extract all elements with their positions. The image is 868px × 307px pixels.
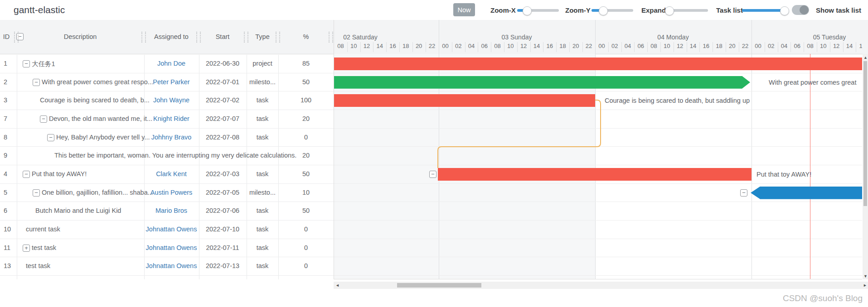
task-assigned-cell[interactable]: Austin Powers (150, 189, 193, 196)
task-type-cell: project (252, 60, 272, 67)
column-header-type: Type (255, 33, 269, 40)
column-resize-handle[interactable] (276, 32, 280, 43)
column-resize-handle[interactable] (14, 32, 19, 43)
gantt-bar-task-2[interactable] (334, 76, 750, 89)
task-row: 3Courage is being scared to death, b...J… (0, 91, 334, 110)
column-header-id: ID (3, 33, 10, 40)
zoom-y-label: Zoom-Y (565, 6, 591, 14)
task-expander-minus[interactable]: − (33, 79, 40, 86)
task-assigned-cell[interactable]: Johnattan Owens (146, 262, 197, 269)
show-task-list-toggle[interactable] (792, 5, 809, 15)
toggle-knob (800, 5, 809, 14)
task-list-slider-thumb[interactable] (780, 6, 789, 15)
task-description-cell: Devon, the old man wanted me, it... (49, 115, 152, 122)
task-start-cell: 2022-07-03 (206, 170, 239, 177)
task-type-cell: task (257, 115, 269, 122)
expand-slider-thumb[interactable] (665, 6, 674, 15)
task-assigned-cell[interactable]: Johhny Bravo (151, 134, 192, 141)
zoom-y-slider[interactable] (592, 9, 633, 12)
task-type-cell: milesto... (249, 189, 276, 196)
chart-bar-label: Courage is being scared to death, but sa… (605, 97, 750, 104)
task-row: 10current taskJohnattan Owens2022-07-10t… (0, 221, 334, 239)
task-type-cell: task (257, 225, 269, 233)
task-list-slider[interactable] (742, 9, 785, 12)
task-row: 8−Hey, Baby! Anybody ever tell y...Johhn… (0, 129, 334, 147)
task-description-cell: current task (26, 225, 60, 233)
chart-bar-label: With great power comes great (769, 79, 856, 86)
task-id-cell: 13 (4, 262, 11, 269)
task-expander-minus[interactable]: − (23, 60, 30, 67)
task-type-cell: task (257, 134, 269, 141)
column-header-assigned_to: Assigned to (154, 33, 189, 40)
zoom-x-slider-thumb[interactable] (523, 6, 532, 15)
task-id-cell: 1 (4, 60, 7, 67)
task-assigned-cell[interactable]: John Wayne (153, 96, 189, 104)
task-start-cell: 2022-07-05 (206, 189, 239, 196)
expand-slider[interactable] (667, 9, 708, 12)
task-row: 6Butch Mario and the Luigi KidMario Bros… (0, 202, 334, 221)
task-start-cell: 2022-06-30 (206, 60, 239, 67)
task-row: 13test taskJohnattan Owens2022-07-13task… (0, 257, 334, 276)
horizontal-scrollbar[interactable]: ◄► (334, 282, 868, 289)
task-description-cell: Courage is being scared to death, b... (40, 96, 150, 104)
zoom-x-label: Zoom-X (490, 6, 516, 14)
zoom-y-slider-thumb[interactable] (599, 6, 608, 15)
task-expander-minus[interactable]: − (33, 189, 40, 197)
app-title: gantt-elastic (14, 5, 65, 15)
task-assigned-cell[interactable]: Knight Rider (153, 115, 189, 122)
task-percent-cell: 50 (302, 170, 310, 177)
chart-expander-minus[interactable]: − (740, 189, 747, 197)
watermark: CSDN @suoh's Blog (783, 293, 863, 303)
gantt-bar-task-4[interactable] (438, 168, 752, 181)
task-expander-minus[interactable]: − (23, 171, 30, 178)
gantt-bar-task-1[interactable] (334, 58, 862, 70)
task-percent-cell: 50 (302, 78, 310, 86)
bar-remainder-striped (439, 76, 750, 89)
task-type-cell: task (257, 244, 269, 251)
column-resize-handle[interactable] (196, 32, 201, 43)
scroll-left-icon[interactable]: ◄ (335, 283, 339, 288)
task-assigned-cell[interactable]: Mario Bros (155, 207, 187, 214)
gantt-elastic-app: gantt-elastic Now Zoom-X Zoom-Y Expand T… (0, 0, 868, 307)
show-task-list-label: Show task list (816, 6, 861, 14)
task-percent-cell: 0 (304, 244, 308, 251)
chart-bar-label: Put that toy AWAY! (756, 171, 811, 178)
task-percent-cell: 0 (304, 262, 308, 269)
task-expander-minus[interactable]: − (47, 134, 54, 141)
task-assigned-cell[interactable]: Johnattan Owens (146, 244, 197, 251)
task-id-cell: 4 (4, 170, 7, 177)
task-assigned-cell[interactable]: Clark Kent (156, 170, 187, 177)
task-expander-plus[interactable]: + (23, 245, 30, 252)
bar-progress-solid (334, 76, 439, 89)
task-description-cell: test task (32, 244, 56, 251)
task-description-cell: This better be important, woman. You are… (54, 152, 296, 159)
task-description-cell: 大任务1 (32, 60, 55, 68)
task-description-cell: Butch Mario and the Luigi Kid (35, 207, 121, 214)
column-resize-handle[interactable] (329, 32, 333, 43)
task-row: 7−Devon, the old man wanted me, it...Kni… (0, 110, 334, 129)
task-row: 11+test taskJohnattan Owens2022-07-11tas… (0, 239, 334, 258)
vertical-scroll-thumb[interactable] (863, 61, 867, 206)
horizontal-scroll-thumb[interactable] (397, 283, 481, 288)
task-assigned-cell[interactable]: Johnattan Owens (146, 225, 197, 233)
task-start-cell: 2022-07-10 (206, 225, 239, 233)
task-row: 9This better be important, woman. You ar… (0, 147, 334, 165)
task-start-cell: 2022-07-06 (206, 207, 239, 214)
now-button[interactable]: Now (453, 3, 475, 16)
vertical-scrollbar[interactable]: ▲▼ (863, 54, 868, 279)
task-assigned-cell[interactable]: John Doe (157, 60, 185, 67)
gantt-bar-task-3[interactable] (334, 94, 595, 107)
task-expander-minus[interactable]: − (40, 115, 47, 123)
gantt-bar-task-5[interactable] (751, 187, 862, 199)
scroll-up-icon[interactable]: ▲ (863, 55, 868, 60)
zoom-x-slider[interactable] (517, 9, 559, 12)
task-id-cell: 5 (4, 189, 7, 196)
chart-expander-minus[interactable]: − (429, 171, 436, 178)
column-resize-handle[interactable] (141, 32, 146, 43)
column-resize-handle[interactable] (244, 32, 248, 43)
scroll-right-icon[interactable]: ► (863, 283, 867, 288)
task-id-cell: 11 (4, 244, 10, 251)
scroll-down-icon[interactable]: ▼ (863, 274, 868, 278)
bar-progress-solid (334, 58, 862, 70)
task-assigned-cell[interactable]: Peter Parker (153, 78, 189, 86)
